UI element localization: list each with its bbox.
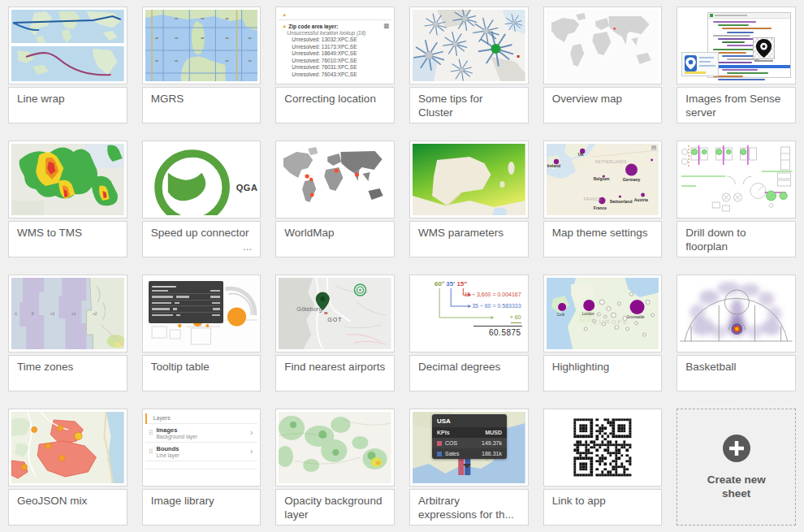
sheet-thumbnail <box>409 141 529 218</box>
sheet-thumbnail: 60° 35' 15″ 15 ÷ 3,600 = 0.004167 35 ÷ 6… <box>409 275 529 353</box>
sheet-thumbnail: ▲ ▲ Zip code area layer: ▥ Unsuccessful … <box>275 6 395 84</box>
overview-map-art <box>547 10 659 81</box>
sheet-title: Drill down to floorplan <box>676 221 796 257</box>
sheet-title: WMS parameters <box>409 221 529 257</box>
sheet-card-correcting-location[interactable]: ▲ ▲ Zip code area layer: ▥ Unsuccessful … <box>275 6 395 123</box>
layer-row: ⠿ BoundsLine layer › <box>145 443 258 461</box>
sheet-thumbnail <box>543 6 663 84</box>
sheet-title: Decimal degrees <box>409 355 529 391</box>
sheet-thumbnail <box>142 275 262 353</box>
sheet-card-image-library[interactable]: Layers ⠿ ImagesBackground layer › ⠿ Boun… <box>142 409 262 526</box>
kpi-tooltip: USA KPIsMUSD COS149.37k Sales186.31k <box>432 414 507 459</box>
sheet-card-line-wrap[interactable]: Line wrap <box>8 6 128 123</box>
qr-code <box>573 418 631 476</box>
sheet-title: Image library <box>142 489 262 526</box>
sense-window <box>681 52 719 76</box>
warning-icon: ▲ <box>282 24 287 28</box>
chevron-right-icon: › <box>250 430 253 435</box>
warning-icon: ▲ <box>282 12 287 17</box>
red-dot-marker <box>613 28 616 30</box>
sheet-title: Highlighting <box>543 355 663 391</box>
sheet-title: Opacity background layer <box>275 489 395 526</box>
mgrs-art <box>145 10 258 81</box>
airports-art <box>279 278 391 349</box>
green-cluster-marker <box>491 44 500 54</box>
layer-row: ⠿ ImagesBackground layer › <box>145 424 258 443</box>
sheet-thumbnail <box>543 409 663 487</box>
sheet-title: Images from Sense server <box>676 87 796 123</box>
code-lines <box>713 21 788 81</box>
plus-icon <box>722 434 751 463</box>
drag-handle-icon: ⠿ <box>149 430 153 437</box>
sheet-title: WMS to TMS <box>8 221 128 257</box>
sheet-title: Overview map <box>543 87 663 123</box>
sheet-card-geojson-mix[interactable]: GeoJSON mix <box>8 409 128 526</box>
sheet-title: Some tips for Cluster <box>409 87 529 123</box>
sheet-title: MGRS <box>142 87 262 123</box>
cluster-art <box>413 10 525 81</box>
sheet-title: Arbitrary expressions for th... <box>409 489 529 526</box>
sheet-thumbnail <box>8 409 128 487</box>
sheet-card-decimal-degrees[interactable]: 60° 35' 15″ 15 ÷ 3,600 = 0.004167 35 ÷ 6… <box>409 275 529 391</box>
sheet-thumbnail: -1 0 +1 +1 +2 <box>8 275 128 353</box>
sheet-card-find-nearest-airports[interactable]: Göteborg GOT Find nearest airports <box>275 275 395 391</box>
sheet-card-drill-down-floorplan[interactable]: Drill down to floorplan <box>676 141 796 257</box>
create-new-sheet-button[interactable]: Create new sheet <box>676 409 796 526</box>
sheet-thumbnail <box>676 141 796 218</box>
sheet-card-arbitrary-expressions[interactable]: USA KPIsMUSD COS149.37k Sales186.31k Arb… <box>409 409 529 526</box>
sheet-card-time-zones[interactable]: -1 0 +1 +1 +2 Time zones <box>8 275 128 391</box>
sense-pin-logo <box>685 55 697 71</box>
cos-swatch <box>437 441 442 446</box>
sheet-card-basketball[interactable]: Basketball <box>676 275 796 391</box>
sheet-title: Correcting location <box>275 87 395 123</box>
sheet-thumbnail: Göteborg GOT <box>275 275 395 353</box>
geojson-art <box>11 412 124 483</box>
dd-connectors <box>413 278 525 349</box>
sheet-title: Speed up connector... <box>142 221 262 257</box>
sheet-title: Basketball <box>676 355 796 391</box>
sheet-title: Tooltip table <box>142 355 262 391</box>
sheet-title: Line wrap <box>8 87 128 123</box>
sheet-card-worldmap[interactable]: WorldMap <box>275 141 395 257</box>
menu-icon: ▤ <box>651 145 657 151</box>
sheet-thumbnail <box>676 6 796 84</box>
sheet-card-tooltip-table[interactable]: Tooltip table <box>142 275 262 391</box>
sheet-thumbnail: USA KPIsMUSD COS149.37k Sales186.31k <box>409 409 529 487</box>
sheet-card-mgrs[interactable]: MGRS <box>142 6 262 123</box>
drag-handle-icon: ⠿ <box>149 448 153 456</box>
globe-icon <box>153 149 231 215</box>
sheet-card-opacity-background-layer[interactable]: Opacity background layer <box>275 409 395 526</box>
sheet-grid: Line wrap <box>0 0 804 532</box>
sheet-title: Find nearest airports <box>275 355 395 391</box>
sheet-thumbnail: QGA Qlik GeoAnalytics Con <box>142 141 262 218</box>
time-zones-art <box>11 278 124 349</box>
sheet-card-map-theme-settings[interactable]: UK Ireland NETHERLANDS Belgium Germany F… <box>543 141 663 257</box>
sheet-title: WorldMap <box>275 221 395 257</box>
sheet-card-overview-map[interactable]: Overview map <box>543 6 663 123</box>
sheet-title: Link to app <box>543 489 663 526</box>
basketball-art <box>680 278 793 349</box>
pin-image-preview <box>753 37 775 59</box>
sheet-thumbnail <box>409 6 529 84</box>
wms-parameters-art <box>413 144 525 215</box>
sheet-card-speed-up-connector[interactable]: QGA Qlik GeoAnalytics Con Speed up conne… <box>142 141 262 257</box>
sheet-thumbnail: UK Ireland NETHERLANDS Belgium Germany F… <box>543 141 663 218</box>
sheet-thumbnail: Cork London Grunwalde EUROPE <box>543 275 663 353</box>
layer-icon: ▥ <box>383 23 389 29</box>
sheet-card-sense-server[interactable]: Images from Sense server <box>676 6 796 123</box>
sheet-thumbnail <box>676 275 796 353</box>
sheet-card-highlighting[interactable]: Cork London Grunwalde EUROPE Highlightin… <box>543 275 663 391</box>
worldmap-art <box>279 144 391 215</box>
sheet-card-link-to-app[interactable]: Link to app <box>543 409 663 526</box>
sheet-card-cluster-tips[interactable]: Some tips for Cluster <box>409 6 529 123</box>
sheet-card-wms-to-tms[interactable]: WMS to TMS <box>8 141 128 257</box>
sheet-thumbnail <box>8 141 128 218</box>
sheet-card-wms-parameters[interactable]: WMS parameters <box>409 141 529 257</box>
sheet-thumbnail <box>275 141 395 218</box>
sheet-thumbnail <box>275 409 395 487</box>
devtools-window <box>707 12 791 78</box>
sales-swatch <box>437 452 442 456</box>
location-pin-icon <box>754 38 774 58</box>
line-wrap-art <box>11 10 124 81</box>
sheet-title: Map theme settings <box>543 221 663 257</box>
